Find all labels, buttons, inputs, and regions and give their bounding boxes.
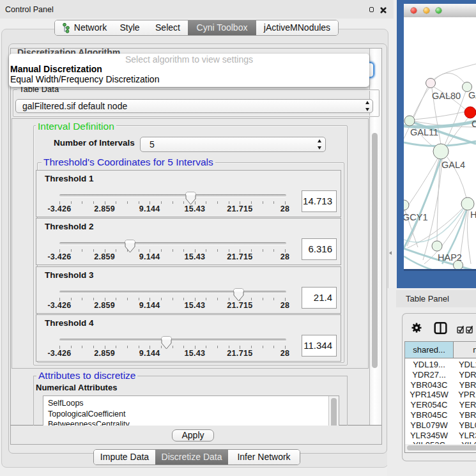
svg-text:HA: HA xyxy=(470,210,476,220)
svg-text:HAP2: HAP2 xyxy=(438,252,462,263)
svg-text:GAL2: GAL2 xyxy=(468,90,476,100)
svg-text:GCY1: GCY1 xyxy=(404,212,428,222)
svg-text:GAL11: GAL11 xyxy=(410,127,438,137)
svg-text:GAL80: GAL80 xyxy=(432,91,461,101)
svg-text:CY: CY xyxy=(472,119,476,129)
svg-text:GAL4: GAL4 xyxy=(441,160,465,170)
